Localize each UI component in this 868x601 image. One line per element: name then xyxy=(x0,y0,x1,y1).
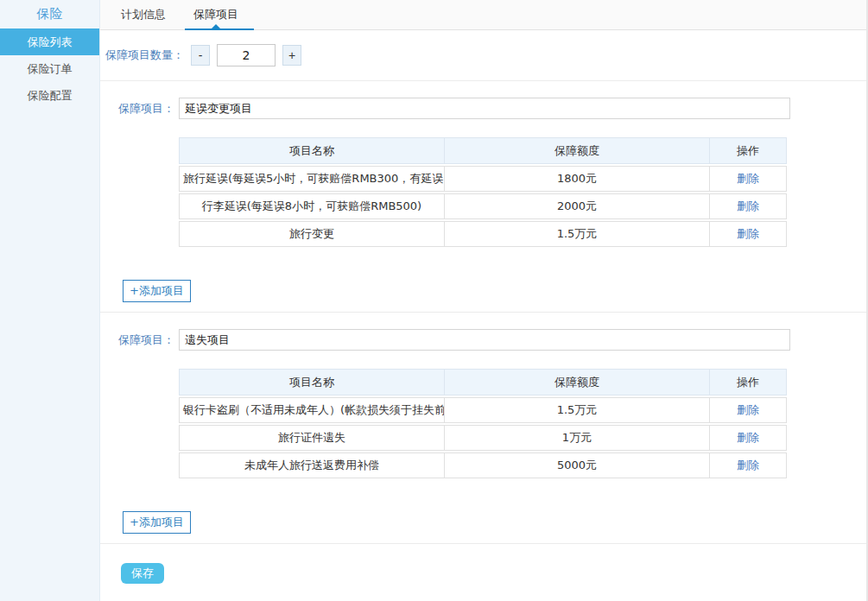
coverage-count-label: 保障项目数量： xyxy=(105,47,184,63)
item-name-cell: 旅行延误(每延误5小时，可获赔偿RMB300，有延误 xyxy=(180,167,445,191)
coverage-name-label: 保障项目： xyxy=(118,332,174,348)
column-header-coverage-amount: 保障额度 xyxy=(445,370,710,395)
insurance-admin-page: 保险 保险列表 保险订单 保险配置 计划信息 保障项目 保障项目数量： - + … xyxy=(0,0,868,601)
increment-button[interactable]: + xyxy=(282,45,301,66)
delete-link[interactable]: 删除 xyxy=(737,403,759,416)
table-row: 旅行证件遗失 1万元 删除 xyxy=(179,425,787,451)
coverage-name-input[interactable] xyxy=(179,98,790,119)
column-header-item-name: 项目名称 xyxy=(180,138,445,163)
add-item-button[interactable]: +添加项目 xyxy=(123,511,191,534)
coverage-section-1: 保障项目： 项目名称 保障额度 操作 旅行延误(每延误5小时，可获赔偿RMB30… xyxy=(100,81,866,313)
coverage-count-input[interactable] xyxy=(217,44,276,66)
coverage-count-row: 保障项目数量： - + xyxy=(100,30,866,81)
amount-cell: 1.5万元 xyxy=(445,222,710,246)
save-button[interactable]: 保存 xyxy=(121,563,164,584)
item-name-cell: 行李延误(每延误8小时，可获赔偿RMB500) xyxy=(180,194,445,218)
delete-link[interactable]: 删除 xyxy=(737,459,759,471)
delete-link[interactable]: 删除 xyxy=(737,227,759,240)
amount-cell: 5000元 xyxy=(445,453,710,478)
main-content: 计划信息 保障项目 保障项目数量： - + 保障项目： 项目名称 保障额度 操作 xyxy=(100,0,866,601)
table-header-row: 项目名称 保障额度 操作 xyxy=(179,369,787,395)
amount-cell: 1.5万元 xyxy=(445,398,710,422)
coverage-section-2: 保障项目： 项目名称 保障额度 操作 银行卡盗刷（不适用未成年人）(帐款损失须于… xyxy=(100,313,866,544)
table-row: 未成年人旅行送返费用补偿 5000元 删除 xyxy=(179,452,787,478)
item-name-cell: 旅行证件遗失 xyxy=(180,426,445,450)
column-header-item-name: 项目名称 xyxy=(180,370,445,395)
sidebar-item-insurance-orders[interactable]: 保险订单 xyxy=(0,55,99,82)
coverage-name-label: 保障项目： xyxy=(118,101,174,117)
sidebar: 保险 保险列表 保险订单 保险配置 xyxy=(0,0,100,601)
item-name-cell: 旅行变更 xyxy=(180,222,445,246)
column-header-actions: 操作 xyxy=(710,138,786,163)
coverage-name-input[interactable] xyxy=(179,329,790,351)
tab-coverage-items[interactable]: 保障项目 xyxy=(185,0,247,29)
amount-cell: 1万元 xyxy=(445,426,710,450)
table-row: 行李延误(每延误8小时，可获赔偿RMB500) 2000元 删除 xyxy=(179,193,787,219)
save-row: 保存 xyxy=(100,544,866,584)
table-row: 银行卡盗刷（不适用未成年人）(帐款损失须于挂失前 1.5万元 删除 xyxy=(179,397,787,423)
table-header-row: 项目名称 保障额度 操作 xyxy=(179,137,787,164)
decrement-button[interactable]: - xyxy=(191,45,210,66)
delete-link[interactable]: 删除 xyxy=(737,172,759,185)
sidebar-title: 保险 xyxy=(0,0,99,28)
coverage-name-row: 保障项目： xyxy=(100,329,866,351)
column-header-actions: 操作 xyxy=(710,370,786,395)
delete-link[interactable]: 删除 xyxy=(737,431,759,444)
tab-plan-info[interactable]: 计划信息 xyxy=(112,0,174,29)
item-name-cell: 银行卡盗刷（不适用未成年人）(帐款损失须于挂失前 xyxy=(180,398,445,422)
amount-cell: 2000元 xyxy=(445,194,710,218)
column-header-coverage-amount: 保障额度 xyxy=(445,138,710,163)
table-row: 旅行延误(每延误5小时，可获赔偿RMB300，有延误 1800元 删除 xyxy=(179,166,787,192)
sidebar-item-insurance-list[interactable]: 保险列表 xyxy=(0,28,99,55)
tab-bar: 计划信息 保障项目 xyxy=(100,0,866,30)
coverage-table-1: 项目名称 保障额度 操作 旅行延误(每延误5小时，可获赔偿RMB300，有延误 … xyxy=(179,137,787,247)
table-row: 旅行变更 1.5万元 删除 xyxy=(179,221,787,247)
amount-cell: 1800元 xyxy=(445,167,710,191)
sidebar-item-insurance-config[interactable]: 保险配置 xyxy=(0,82,99,109)
add-item-button[interactable]: +添加项目 xyxy=(123,280,191,302)
delete-link[interactable]: 删除 xyxy=(737,199,759,212)
coverage-name-row: 保障项目： xyxy=(100,98,866,119)
coverage-table-2: 项目名称 保障额度 操作 银行卡盗刷（不适用未成年人）(帐款损失须于挂失前 1.… xyxy=(179,369,787,478)
item-name-cell: 未成年人旅行送返费用补偿 xyxy=(180,453,445,478)
